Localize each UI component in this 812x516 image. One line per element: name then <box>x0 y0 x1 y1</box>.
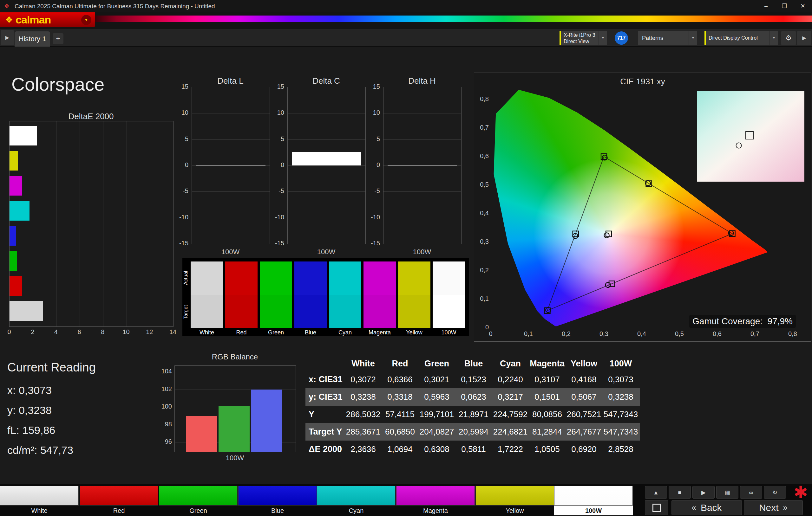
actual-swatch <box>260 262 292 295</box>
chevron-down-icon[interactable]: ▼ <box>770 31 778 45</box>
gamut-coverage-label: Gamut Coverage: <box>692 316 762 326</box>
cie-x-tick: 0,7 <box>751 330 759 338</box>
stop-button[interactable]: ■ <box>669 486 691 498</box>
delta-l-gridline <box>192 218 270 218</box>
delta-c-y-tick: -15 <box>266 240 284 247</box>
table-row: Target Y285,367160,6850204,082720,599422… <box>306 423 640 441</box>
table-row: ΔE 20002,36361,06940,63080,58111,72221,0… <box>306 441 640 458</box>
delta-c-x-label: 100W <box>287 248 365 256</box>
table-cell: 57,4115 <box>382 409 418 419</box>
target-swatch <box>260 295 292 328</box>
rgb-gridline <box>175 372 296 372</box>
results-column-header: Cyan <box>492 359 529 369</box>
pattern-button-blue[interactable]: Blue <box>238 486 317 515</box>
results-column-header: Red <box>382 359 418 369</box>
table-cell: 81,2844 <box>529 427 566 437</box>
cie-y-tick: 0,5 <box>475 181 489 188</box>
target-swatch <box>294 295 327 328</box>
back-button[interactable]: « Back <box>671 500 742 515</box>
close-button[interactable]: ✕ <box>793 0 812 12</box>
results-column-header: 100W <box>602 359 639 369</box>
delta-c-y-tick: -10 <box>266 214 284 221</box>
tab-history-1[interactable]: History 1 <box>14 31 50 47</box>
delta-l-gridline <box>192 165 270 166</box>
eject-button[interactable]: ▲ <box>645 486 667 498</box>
deltae-x-tick: 4 <box>54 328 58 336</box>
next-button[interactable]: Next » <box>744 500 803 515</box>
cie-measured-marker <box>604 233 609 238</box>
table-cell: 260,7521 <box>566 409 602 419</box>
patterns-dropdown[interactable]: Patterns ▼ <box>638 31 697 45</box>
delta-l-y-tick: 0 <box>171 161 188 169</box>
actual-swatch <box>398 262 430 295</box>
pattern-button-magenta[interactable]: Magenta <box>396 486 475 515</box>
chevron-down-icon[interactable]: ▼ <box>689 31 697 45</box>
table-row: Y286,503257,4115199,710121,8971224,75928… <box>306 406 640 423</box>
table-cell: 547,7343 <box>602 427 639 437</box>
cie-y-tick: 0,7 <box>475 124 489 131</box>
save-button[interactable]: ▦ <box>716 486 738 498</box>
play-button[interactable]: ▶ <box>692 486 715 498</box>
swatch-label: Blue <box>294 329 327 336</box>
app-icon: ❖ <box>4 2 9 10</box>
maximize-button[interactable]: ❐ <box>775 0 793 12</box>
delta-c-y-tick: 0 <box>266 161 284 169</box>
table-cell: 0,3318 <box>382 392 418 402</box>
delta-c-y-tick: 10 <box>266 109 284 116</box>
patterns-label: Patterns <box>642 35 663 41</box>
table-cell: 80,0856 <box>529 409 566 419</box>
pattern-button-100w[interactable]: 100W <box>554 486 633 515</box>
delta-c-title: Delta C <box>287 76 365 86</box>
cie-x-tick: 0,5 <box>675 330 684 338</box>
swatch-label: 100W <box>433 329 465 336</box>
delta-h-title: Delta H <box>383 76 461 86</box>
table-cell: 224,7592 <box>492 409 529 419</box>
stop-square-icon <box>652 504 661 512</box>
results-table-header-row: WhiteRedGreenBlueCyanMagentaYellow100W <box>306 356 640 371</box>
calman-logo-icon: ❖ <box>5 14 13 25</box>
delta-h-gridline <box>383 218 461 218</box>
table-cell: 199,7101 <box>418 409 455 419</box>
table-cell: 2,8528 <box>602 444 639 454</box>
rgb-y-tick: 104 <box>154 368 172 375</box>
minimize-button[interactable]: – <box>757 0 775 12</box>
reading-fl: fL: 159,86 <box>7 424 55 436</box>
add-tab-button[interactable]: + <box>53 33 63 44</box>
nav-expand-button[interactable]: ▶ <box>1 30 14 45</box>
link-button[interactable]: ∞ <box>740 486 762 498</box>
gamut-coverage-value: 97,9% <box>767 316 793 326</box>
target-row-label: Target <box>183 295 190 329</box>
table-cell: 0,2240 <box>492 375 529 385</box>
table-cell: 0,3072 <box>345 375 382 385</box>
pattern-button-white[interactable]: White <box>0 486 79 515</box>
table-cell: 0,5067 <box>566 392 602 402</box>
deltae-bar-100w <box>9 301 43 321</box>
pattern-button-green[interactable]: Green <box>159 486 238 515</box>
actual-target-swatch-strip: Actual Target WhiteRedGreenBlueCyanMagen… <box>182 258 469 336</box>
delta-l-y-tick: -15 <box>171 240 188 247</box>
chevron-down-icon[interactable]: ▼ <box>599 31 607 45</box>
target-swatch <box>225 295 258 328</box>
table-cell: 0,3073 <box>602 375 639 385</box>
stop-pattern-button[interactable] <box>645 500 668 515</box>
target-swatch <box>329 295 361 328</box>
panel-expand-icon[interactable]: ▶ <box>797 31 811 45</box>
display-control-dropdown[interactable]: Direct Display Control ▼ <box>704 31 778 45</box>
row-label: ΔE 2000 <box>306 444 345 454</box>
refresh-button[interactable]: ↻ <box>764 486 786 498</box>
calman-logo[interactable]: ❖ calman ▼ <box>0 12 95 27</box>
table-cell: 0,3238 <box>345 392 382 402</box>
deltae-gridline <box>103 121 104 327</box>
pattern-button-cyan[interactable]: Cyan <box>317 486 396 515</box>
rgb-bar-green <box>219 406 250 452</box>
pattern-button-red[interactable]: Red <box>80 486 158 515</box>
gear-icon[interactable]: ⚙ <box>781 31 796 45</box>
pattern-button-yellow[interactable]: Yellow <box>475 486 554 515</box>
logo-menu-dropdown[interactable]: ▼ <box>81 15 91 25</box>
meter-dropdown[interactable]: X-Rite i1Pro 3 Direct View ▼ <box>559 31 607 45</box>
table-cell: 0,3238 <box>602 392 639 402</box>
session-asterisk-icon: ✱ <box>793 482 808 503</box>
delta-h-chart: Delta H151050-5-10-15100W <box>383 76 461 260</box>
deltae-bar-red <box>9 276 22 296</box>
table-cell: 1,0505 <box>529 444 566 454</box>
